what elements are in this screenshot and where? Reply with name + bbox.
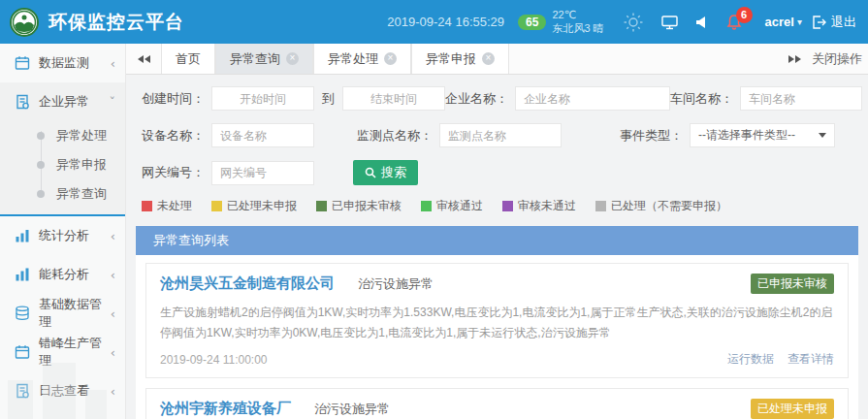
logout-label: 退出: [831, 14, 856, 31]
anomaly-list-item: 沧州宇新养殖设备厂 治污设施异常 已处理未申报 生产设施挤出机2的启停阀值为1K…: [145, 388, 849, 419]
double-right-arrow-icon: [795, 55, 801, 63]
sun-weather-icon: [623, 12, 644, 33]
sidebar-item-label: 能耗分析: [39, 266, 111, 283]
legend-color-swatch: [502, 201, 513, 211]
start-time-input[interactable]: [211, 86, 314, 111]
sidebar-item-energy-analysis[interactable]: 能耗分析 ‹: [0, 255, 125, 294]
sidebar-subitem-anomaly-handling[interactable]: 异常处理: [0, 121, 125, 150]
panel-body: 沧州昊兴五金制造有限公司 治污设施异常 已申报未审核 生产设施射蜡机2的启停阀值…: [136, 255, 858, 419]
legend-item: 审核未通过: [502, 198, 576, 214]
chevron-expanded-icon: ˇ: [110, 95, 116, 110]
platform-logo-icon: [10, 8, 39, 37]
sidebar-subitem-label: 异常申报: [56, 156, 107, 174]
company-name-link[interactable]: 沧州宇新养殖设备厂: [160, 400, 291, 418]
legend-label: 审核未通过: [518, 198, 576, 214]
chevron-collapsed-icon: ‹: [111, 268, 115, 282]
caret-down-icon: ▾: [797, 16, 802, 27]
legend-label: 已处理（不需要申报）: [611, 198, 727, 214]
status-badge: 已申报未审核: [751, 274, 834, 294]
close-tab-icon[interactable]: ×: [384, 52, 397, 65]
sidebar-item-log-view[interactable]: 日志查看 ‹: [0, 371, 125, 410]
legend-color-swatch: [595, 201, 606, 211]
running-data-link[interactable]: 运行数据: [727, 351, 774, 368]
content-area: 首页 异常查询 × 异常处理 × 异常申报 ×: [126, 44, 868, 419]
panel-title: 异常查询列表: [136, 226, 858, 255]
close-tab-icon[interactable]: ×: [482, 52, 495, 65]
workshop-name-input[interactable]: [740, 86, 862, 111]
device-name-input[interactable]: [211, 123, 314, 147]
legend-item: 已处理（不需要申报）: [595, 198, 727, 214]
company-name-label: 企业名称：: [445, 90, 508, 108]
close-tab-icon[interactable]: ×: [286, 52, 299, 65]
legend-color-swatch: [421, 201, 432, 211]
gateway-number-input[interactable]: [211, 161, 314, 185]
chevron-collapsed-icon: ‹: [111, 229, 115, 243]
logout-icon: [812, 16, 826, 29]
end-time-input[interactable]: [342, 86, 445, 111]
chevron-collapsed-icon: ‹: [111, 306, 115, 321]
monitor-icon[interactable]: [661, 15, 678, 30]
log-document-icon: [14, 383, 30, 400]
tab-home[interactable]: 首页: [161, 44, 215, 74]
speaker-mute-icon[interactable]: [695, 16, 709, 29]
bar-chart-icon: [14, 267, 30, 283]
tab-label: 首页: [176, 50, 201, 68]
sidebar-subitem-anomaly-declare[interactable]: 异常申报: [0, 150, 125, 179]
event-type-label: 事件类型：: [620, 127, 683, 145]
tab-label: 异常查询: [230, 50, 280, 68]
tab-bar: 首页 异常查询 × 异常处理 × 异常申报 ×: [126, 44, 868, 75]
double-left-arrow-icon: [138, 55, 144, 63]
anomaly-type: 治污设施异常: [358, 275, 434, 293]
status-badge: 已处理未申报: [751, 399, 834, 419]
search-icon: [365, 167, 376, 178]
company-name-input[interactable]: [515, 86, 670, 111]
sidebar-item-peak-production[interactable]: 错峰生产管理 ‹: [0, 333, 125, 371]
search-button[interactable]: 搜索: [353, 160, 418, 185]
chevron-collapsed-icon: ‹: [111, 384, 115, 399]
anomaly-query-panel: 异常查询列表 沧州昊兴五金制造有限公司 治污设施异常 已申报未审核 生产设施射蜡…: [136, 226, 858, 419]
scroll-tabs-right-button[interactable]: [777, 44, 812, 74]
sidebar-item-label: 日志查看: [39, 382, 111, 400]
bullet-dot-icon: [37, 132, 45, 140]
company-name-link[interactable]: 沧州昊兴五金制造有限公司: [160, 274, 335, 293]
monitor-point-label: 监测点名称：: [357, 127, 433, 145]
logout-button[interactable]: 退出: [812, 14, 856, 31]
sidebar-item-label: 基础数据管理: [39, 296, 111, 331]
sidebar-item-label: 企业异常: [39, 93, 110, 111]
sidebar-item-base-data[interactable]: 基础数据管理 ‹: [0, 294, 125, 333]
legend-color-swatch: [211, 201, 222, 211]
sidebar-subitem-anomaly-query[interactable]: 异常查询: [0, 179, 125, 209]
sidebar-item-statistics[interactable]: 统计分析 ‹: [0, 216, 125, 255]
tab-label: 异常处理: [328, 50, 378, 68]
legend-item: 已处理未申报: [211, 198, 297, 214]
user-menu[interactable]: acrel ▾: [765, 15, 802, 29]
create-time-label: 创建时间：: [142, 90, 205, 108]
database-icon: [14, 306, 30, 322]
scroll-tabs-left-button[interactable]: [126, 44, 161, 74]
close-operations-menu[interactable]: 关闭操作: [812, 44, 868, 74]
anomaly-type: 治污设施异常: [314, 401, 390, 418]
chevron-collapsed-icon: ‹: [111, 345, 115, 360]
tab-anomaly-handling[interactable]: 异常处理 ×: [313, 44, 411, 74]
tab-label: 异常申报: [426, 50, 476, 68]
notifications-button[interactable]: 6: [726, 14, 742, 30]
view-details-link[interactable]: 查看详情: [788, 351, 834, 368]
sidebar-item-data-monitoring[interactable]: 数据监测 ‹: [0, 44, 125, 82]
bullet-dot-icon: [37, 161, 45, 169]
sidebar-item-enterprise-anomaly[interactable]: 企业异常 ˇ: [0, 82, 125, 121]
sidebar-subitem-label: 异常处理: [56, 127, 107, 145]
header-datetime: 2019-09-24 16:55:29: [387, 15, 504, 29]
event-type-select[interactable]: --请选择事件类型--: [690, 123, 835, 147]
close-operations-label: 关闭操作: [812, 50, 862, 68]
monitor-point-input[interactable]: [439, 123, 562, 147]
legend-label: 审核通过: [436, 198, 483, 214]
legend-item: 未处理: [142, 198, 192, 214]
weather-info: 22℃ 东北风3 晴: [552, 9, 603, 36]
sidebar-group-enterprise-anomaly: 企业异常 ˇ 异常处理 异常申报 异常查询: [0, 82, 125, 216]
sidebar-submenu: 异常处理 异常申报 异常查询: [0, 121, 125, 209]
tab-anomaly-query[interactable]: 异常查询 ×: [215, 44, 313, 74]
anomaly-description: 生产设施射蜡机2的启停阀值为1KW,实时功率为1.533KW,电压变比为1,电流…: [160, 303, 834, 343]
notification-count-badge: 6: [736, 7, 753, 23]
caret-down-icon: [819, 133, 826, 138]
tab-anomaly-declare[interactable]: 异常申报 ×: [411, 44, 509, 74]
